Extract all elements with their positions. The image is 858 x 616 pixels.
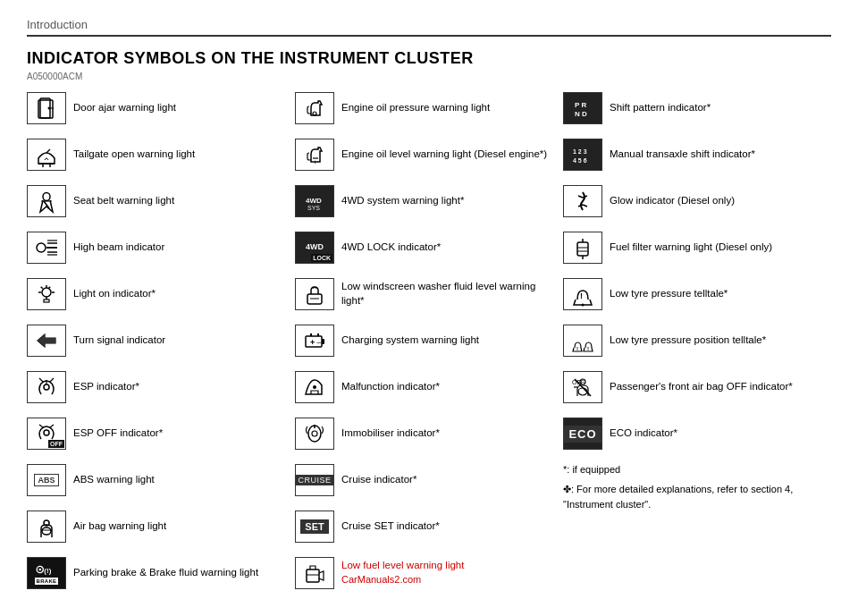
footnote-dagger: ✤: For more detailed explanations, refer… xyxy=(563,482,822,513)
watermark: CarManuals2.com xyxy=(341,574,421,585)
airbag-icon xyxy=(27,511,66,543)
shiftpattern-icon: P R N D xyxy=(563,92,602,124)
list-item: Turn signal indicator xyxy=(27,323,286,359)
svg-point-48 xyxy=(312,431,317,436)
main-title: INDICATOR SYMBOLS ON THE INSTRUMENT CLUS… xyxy=(27,49,831,68)
svg-text:P R: P R xyxy=(575,101,586,109)
engineoillevel-icon: ↓ xyxy=(295,139,334,171)
footnotes: *: if equipped ✤: For more detailed expl… xyxy=(563,462,822,513)
svg-text:↓: ↓ xyxy=(314,158,317,165)
item-label: Parking brake & Brake fluid warning ligh… xyxy=(73,566,286,580)
list-item: SET Cruise SET indicator* xyxy=(295,509,554,544)
svg-text:!: ! xyxy=(587,346,589,351)
item-label: Shift pattern indicator* xyxy=(610,101,822,115)
item-label: High beam indicator xyxy=(73,240,286,255)
item-label: Charging system warning light xyxy=(341,333,554,348)
list-item: (!) BRAKE Parking brake & Brake fluid wa… xyxy=(27,555,286,591)
item-label: Immobiliser indicator* xyxy=(341,426,554,441)
svg-point-25 xyxy=(44,384,49,390)
immobiliser-icon xyxy=(295,418,334,450)
item-label: ESP OFF indicator* xyxy=(73,426,286,441)
lighton-icon xyxy=(27,278,66,310)
item-label: Low fuel level warning lightCarManuals2.… xyxy=(341,559,554,586)
svg-point-28 xyxy=(42,527,51,535)
cruiseset-icon: SET xyxy=(295,511,334,543)
abs-badge: ABS xyxy=(34,474,58,486)
list-item: ! ! Low tyre pressure position telltale* xyxy=(563,323,822,359)
list-item: ABS ABS warning light xyxy=(27,462,286,498)
svg-marker-24 xyxy=(38,334,55,347)
list-item: P R N D Shift pattern indicator* xyxy=(563,90,822,126)
svg-text:1 2 3: 1 2 3 xyxy=(573,148,587,155)
item-label: Light on indicator* xyxy=(73,287,286,301)
svg-text:4 5 6: 4 5 6 xyxy=(573,157,587,164)
svg-line-5 xyxy=(46,149,50,153)
svg-line-21 xyxy=(48,287,50,289)
item-label: Malfunction indicator* xyxy=(341,380,554,394)
glowindicator-icon xyxy=(563,185,602,217)
lock-badge: LOCK xyxy=(311,254,332,262)
item-label: ABS warning light xyxy=(73,473,286,487)
list-item: Low windscreen washer fluid level warnin… xyxy=(295,276,554,312)
svg-text:(!): (!) xyxy=(44,567,51,575)
svg-text:SYS: SYS xyxy=(307,205,320,211)
lowfuel-icon xyxy=(295,557,334,589)
item-label: 4WD system warning light* xyxy=(341,194,554,208)
item-label: Manual transaxle shift indicator* xyxy=(610,148,822,162)
svg-point-31 xyxy=(38,569,41,571)
section-title: Introduction xyxy=(27,18,831,37)
list-item: Glow indicator (Diesel only) xyxy=(563,183,822,219)
item-label: Engine oil level warning light (Diesel e… xyxy=(341,148,554,162)
list-item: + − Charging system warning light xyxy=(295,323,554,359)
list-item: Tailgate open warning light xyxy=(27,137,286,173)
svg-point-6 xyxy=(43,193,50,201)
item-label: Cruise indicator* xyxy=(341,473,554,487)
svg-rect-59 xyxy=(577,242,588,256)
svg-text:4WD: 4WD xyxy=(306,242,324,251)
item-label: Cruise SET indicator* xyxy=(341,519,554,534)
list-item: OFF Passenger's front air bag OFF indica… xyxy=(563,369,822,405)
footnote-star: *: if equipped xyxy=(563,462,822,478)
cruise-icon: CRUISE xyxy=(295,464,334,496)
fuelfilter-icon xyxy=(563,232,602,264)
svg-text:4WD: 4WD xyxy=(306,197,322,205)
indicators-grid: Door ajar warning light Tailgate open wa… xyxy=(27,90,831,602)
espoff-icon: OFF xyxy=(27,418,66,450)
4wd-icon: 4WD SYS xyxy=(295,185,334,217)
list-item: Low fuel level warning lightCarManuals2.… xyxy=(295,555,554,591)
svg-text:!: ! xyxy=(580,291,583,300)
set-badge: SET xyxy=(300,519,328,534)
svg-point-26 xyxy=(44,430,49,435)
passairbag-icon: OFF xyxy=(563,371,602,403)
cruise-badge: CRUISE xyxy=(296,475,334,485)
malfunction-icon xyxy=(295,371,334,403)
svg-text:!: ! xyxy=(576,346,578,351)
svg-text:N D: N D xyxy=(575,110,587,118)
item-label: Glow indicator (Diesel only) xyxy=(610,194,822,208)
list-item: 4WD SYS 4WD system warning light* xyxy=(295,183,554,219)
item-label: Tailgate open warning light xyxy=(73,148,286,162)
list-item: Air bag warning light xyxy=(27,509,286,544)
manualtransaxle-icon: 1 2 3 4 5 6 xyxy=(563,139,602,171)
charging-icon: + − xyxy=(295,325,334,357)
svg-text:−: − xyxy=(316,338,321,347)
highbeam-icon xyxy=(27,232,66,264)
item-label: Seat belt warning light xyxy=(73,194,286,208)
code: A050000ACM xyxy=(27,72,831,81)
tailgate-icon xyxy=(27,139,66,171)
abs-icon: ABS xyxy=(27,464,66,496)
list-item: Immobiliser indicator* xyxy=(295,416,554,451)
svg-point-9 xyxy=(37,243,46,252)
column-1: Door ajar warning light Tailgate open wa… xyxy=(27,90,295,602)
item-label: Turn signal indicator xyxy=(73,333,286,348)
list-item: Seat belt warning light xyxy=(27,183,286,219)
eco-icon: ECO xyxy=(563,418,602,450)
svg-rect-22 xyxy=(44,300,49,302)
parkingbrake-icon: (!) BRAKE xyxy=(27,557,66,589)
svg-line-55 xyxy=(578,196,583,198)
engineoil-icon xyxy=(295,92,334,124)
list-item: High beam indicator xyxy=(27,230,286,266)
item-label: Fuel filter warning light (Diesel only) xyxy=(610,240,822,255)
svg-line-20 xyxy=(41,287,43,289)
brake-badge: BRAKE xyxy=(35,578,59,585)
